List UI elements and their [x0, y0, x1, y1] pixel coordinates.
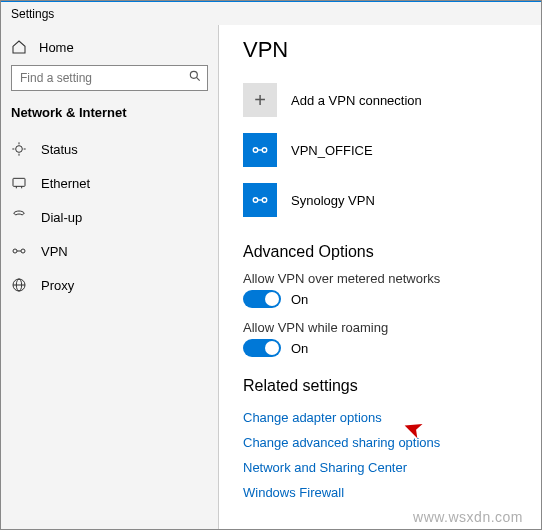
page-title: VPN [243, 37, 521, 63]
link-network-sharing-center[interactable]: Network and Sharing Center [243, 455, 521, 480]
add-vpn-row[interactable]: + Add a VPN connection [243, 77, 521, 123]
vpn-connection-row[interactable]: Synology VPN [243, 177, 521, 223]
link-windows-firewall[interactable]: Windows Firewall [243, 480, 521, 505]
sidebar: Home Network & Internet Status Ethernet [1, 25, 219, 529]
search-box[interactable] [11, 65, 208, 91]
main-content: VPN + Add a VPN connection VPN_OFFICE Sy… [219, 25, 541, 529]
link-change-adapter-options[interactable]: Change adapter options [243, 405, 521, 430]
sidebar-item-label: Proxy [41, 278, 74, 293]
status-icon [11, 141, 27, 157]
related-settings-heading: Related settings [243, 377, 521, 395]
vpn-connection-name: VPN_OFFICE [291, 143, 373, 158]
svg-point-17 [262, 148, 267, 153]
proxy-icon [11, 277, 27, 293]
roaming-toggle[interactable] [243, 339, 281, 357]
search-icon [188, 69, 202, 86]
vpn-connection-icon [243, 133, 277, 167]
svg-point-19 [253, 198, 258, 203]
metered-option-label: Allow VPN over metered networks [243, 271, 521, 286]
vpn-icon [11, 243, 27, 259]
svg-point-11 [21, 249, 25, 253]
vpn-connection-row[interactable]: VPN_OFFICE [243, 127, 521, 173]
svg-rect-7 [13, 178, 25, 186]
sidebar-item-vpn[interactable]: VPN [1, 234, 218, 268]
home-icon [11, 39, 27, 55]
svg-point-2 [16, 146, 23, 153]
sidebar-item-proxy[interactable]: Proxy [1, 268, 218, 302]
metered-toggle-state: On [291, 292, 308, 307]
roaming-option-label: Allow VPN while roaming [243, 320, 521, 335]
advanced-options-heading: Advanced Options [243, 243, 521, 261]
sidebar-home[interactable]: Home [1, 33, 218, 65]
sidebar-item-label: Dial-up [41, 210, 82, 225]
sidebar-item-dialup[interactable]: Dial-up [1, 200, 218, 234]
sidebar-item-label: VPN [41, 244, 68, 259]
sidebar-item-label: Status [41, 142, 78, 157]
sidebar-item-ethernet[interactable]: Ethernet [1, 166, 218, 200]
svg-line-1 [196, 77, 199, 80]
watermark: www.wsxdn.com [413, 509, 523, 525]
svg-point-10 [13, 249, 17, 253]
ethernet-icon [11, 175, 27, 191]
plus-icon: + [243, 83, 277, 117]
roaming-toggle-state: On [291, 341, 308, 356]
sidebar-section-label: Network & Internet [1, 105, 218, 132]
svg-point-0 [190, 71, 197, 78]
svg-point-20 [262, 198, 267, 203]
svg-point-16 [253, 148, 258, 153]
add-vpn-label: Add a VPN connection [291, 93, 422, 108]
metered-toggle[interactable] [243, 290, 281, 308]
sidebar-home-label: Home [39, 40, 74, 55]
dialup-icon [11, 209, 27, 225]
vpn-connection-name: Synology VPN [291, 193, 375, 208]
sidebar-item-label: Ethernet [41, 176, 90, 191]
link-change-advanced-sharing[interactable]: Change advanced sharing options [243, 430, 521, 455]
window-title: Settings [1, 1, 541, 25]
sidebar-item-status[interactable]: Status [1, 132, 218, 166]
vpn-connection-icon [243, 183, 277, 217]
search-input[interactable] [11, 65, 208, 91]
